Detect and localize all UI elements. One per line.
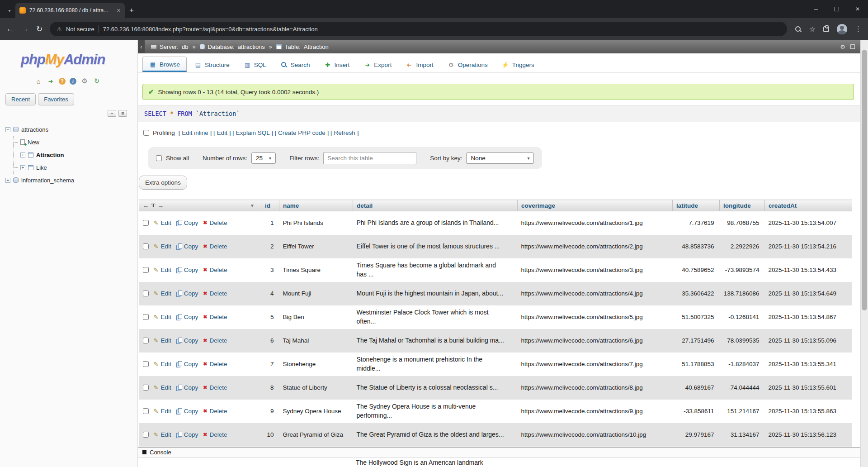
tab-browse[interactable]: ▦Browse — [142, 57, 187, 72]
row-delete-link[interactable]: ✖Delete — [203, 408, 227, 415]
row-edit-link[interactable]: ✎Edit — [154, 384, 171, 391]
profiling-checkbox[interactable] — [143, 130, 149, 136]
row-edit-link[interactable]: ✎Edit — [154, 314, 171, 320]
phpmyadmin-logo[interactable]: phpMyAdmin — [21, 52, 137, 68]
extra-options-button[interactable]: Extra options — [139, 176, 187, 190]
row-copy-link[interactable]: Copy — [176, 290, 198, 297]
scrollbar-thumb[interactable] — [862, 50, 867, 310]
row-select-checkbox[interactable] — [143, 338, 149, 343]
row-select-checkbox[interactable] — [143, 220, 149, 226]
row-copy-link[interactable]: Copy — [176, 431, 198, 438]
row-edit-link[interactable]: ✎Edit — [154, 267, 171, 273]
reload-icon[interactable]: ↻ — [36, 24, 42, 34]
tab-search[interactable]: Search — [274, 57, 316, 72]
tree-label[interactable]: Attraction — [36, 152, 64, 158]
row-copy-link[interactable]: Copy — [176, 243, 198, 250]
tree-table-attraction[interactable]: + Attraction — [14, 148, 137, 161]
docs-info-icon[interactable]: i — [70, 78, 76, 85]
tab-import[interactable]: ➜Import — [399, 57, 439, 72]
bookmark-star-icon[interactable]: ☆ — [809, 25, 816, 33]
row-select-checkbox[interactable] — [143, 267, 149, 273]
expand-toggle-icon[interactable]: + — [20, 152, 25, 157]
home-icon[interactable]: ⌂ — [34, 77, 42, 85]
row-select-checkbox[interactable] — [143, 385, 149, 391]
row-select-checkbox[interactable] — [143, 432, 149, 438]
row-delete-link[interactable]: ✖Delete — [203, 290, 227, 297]
recent-tab[interactable]: Recent — [5, 93, 36, 105]
show-all-checkbox[interactable] — [156, 155, 162, 161]
tree-label[interactable]: New — [28, 139, 39, 146]
tree-label[interactable]: information_schema — [21, 177, 74, 184]
sort-descending-icon[interactable]: ▼ — [250, 203, 255, 208]
extensions-icon[interactable] — [823, 26, 829, 32]
column-options-icon[interactable]: T — [151, 202, 156, 209]
console-bar[interactable]: Console — [138, 447, 860, 457]
breadcrumb-server-link[interactable]: db — [182, 43, 188, 50]
tree-db-attractions[interactable]: − attractions — [5, 123, 137, 136]
collapse-toggle-icon[interactable]: − — [5, 127, 10, 132]
row-copy-link[interactable]: Copy — [176, 361, 198, 367]
expand-panel-icon[interactable] — [850, 44, 855, 49]
row-select-checkbox[interactable] — [143, 291, 149, 296]
panel-menu-button[interactable]: ≡ — [118, 110, 127, 117]
row-edit-link[interactable]: ✎Edit — [154, 361, 171, 367]
tab-triggers[interactable]: ⚡Triggers — [495, 57, 541, 72]
settings-icon[interactable]: ⚙ — [80, 77, 89, 85]
profiling-link[interactable]: Edit — [217, 129, 227, 136]
window-minimize-button[interactable] — [806, 0, 826, 18]
row-edit-link[interactable]: ✎Edit — [154, 337, 171, 344]
row-delete-link[interactable]: ✖Delete — [203, 219, 227, 226]
refresh-navigation-icon[interactable]: ↻ — [93, 77, 101, 85]
row-copy-link[interactable]: Copy — [176, 219, 198, 226]
row-delete-link[interactable]: ✖Delete — [203, 361, 227, 367]
num-rows-select[interactable]: 25 ▾ — [251, 152, 276, 164]
window-maximize-button[interactable] — [826, 0, 847, 18]
row-copy-link[interactable]: Copy — [176, 384, 198, 391]
collapse-all-button[interactable]: − — [108, 110, 116, 117]
row-copy-link[interactable]: Copy — [176, 314, 198, 320]
tab-sql[interactable]: ▥SQL — [237, 57, 273, 72]
row-edit-link[interactable]: ✎Edit — [154, 290, 171, 297]
tab-operations[interactable]: ⚙Operations — [441, 57, 494, 72]
page-scrollbar[interactable] — [860, 40, 868, 467]
page-settings-gear-icon[interactable]: ⚙ — [840, 43, 845, 50]
expand-toggle-icon[interactable]: + — [5, 178, 10, 183]
tab-export[interactable]: ➜Export — [357, 57, 398, 72]
favorites-tab[interactable]: Favorites — [38, 93, 74, 105]
scroll-right-icon[interactable]: → — [158, 202, 164, 209]
row-delete-link[interactable]: ✖Delete — [203, 337, 227, 344]
forward-icon[interactable]: → — [21, 24, 29, 33]
profiling-link[interactable]: Refresh — [334, 129, 355, 136]
row-edit-link[interactable]: ✎Edit — [154, 431, 171, 438]
back-icon[interactable]: ← — [6, 24, 14, 33]
column-header-createdat[interactable]: createdAt — [765, 200, 852, 211]
breadcrumb-database-link[interactable]: attractions — [238, 43, 265, 50]
tab-search-chevron-icon[interactable]: ▾ — [4, 3, 15, 18]
tree-item-new[interactable]: New — [14, 136, 137, 148]
row-edit-link[interactable]: ✎Edit — [154, 219, 171, 226]
profiling-link[interactable]: Edit inline — [182, 129, 208, 136]
column-header-name[interactable]: name — [279, 200, 353, 211]
profiling-link[interactable]: Create PHP code — [278, 129, 326, 136]
url-text[interactable]: 72.60.236.166:8080/index.php?route=/sql&… — [103, 26, 318, 33]
row-copy-link[interactable]: Copy — [176, 408, 198, 415]
tree-label[interactable]: attractions — [21, 126, 48, 133]
zoom-icon[interactable] — [794, 25, 802, 33]
row-delete-link[interactable]: ✖Delete — [203, 314, 227, 320]
profiling-link[interactable]: Explain SQL — [236, 129, 270, 136]
column-header-longitude[interactable]: longitude — [720, 200, 765, 211]
row-copy-link[interactable]: Copy — [176, 267, 198, 273]
row-edit-link[interactable]: ✎Edit — [154, 243, 171, 250]
window-close-button[interactable]: ✕ — [847, 0, 868, 18]
tab-close-icon[interactable]: ✕ — [117, 8, 121, 14]
tree-label[interactable]: Like — [36, 164, 47, 171]
column-header-id[interactable]: id — [261, 200, 279, 211]
new-tab-button[interactable]: + — [125, 3, 138, 18]
expand-toggle-icon[interactable]: + — [20, 165, 25, 170]
browser-tab[interactable]: 72.60.236.166:8080 / db / attra... ✕ — [15, 3, 125, 18]
row-delete-link[interactable]: ✖Delete — [203, 384, 227, 391]
row-select-checkbox[interactable] — [143, 361, 149, 367]
scroll-left-icon[interactable]: ← — [143, 202, 149, 209]
profile-avatar[interactable] — [837, 24, 847, 34]
sort-key-select[interactable]: None ▾ — [466, 152, 534, 164]
